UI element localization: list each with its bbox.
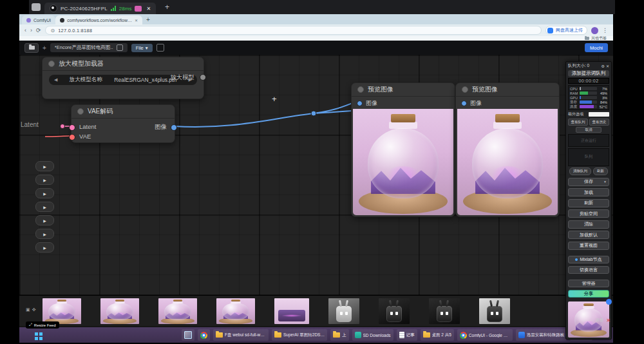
node-preview-image-1[interactable]: 预览图像 图像 [351,82,455,217]
clear-queue-button[interactable]: 清除队列 [569,167,591,175]
browser-tab-active[interactable]: comfyworkflows.com/workflow… ✕ [55,15,142,24]
sidebar-button-reset-view[interactable]: 重置视图 [568,242,609,250]
feed-pin-icon[interactable]: ✜ [32,307,36,312]
input-image-dot[interactable] [461,100,467,106]
collapsed-node[interactable]: ▶ [35,175,54,185]
node-preview-image-2[interactable]: 预览图像 图像 [455,82,560,217]
refresh-queue-button[interactable]: 刷新 [593,167,608,175]
feed-thumbnail-jar[interactable] [158,298,197,324]
manager-button[interactable]: 管理器 [568,280,609,287]
robot-ear [496,300,499,307]
tray-icon[interactable]: ∧ [560,332,564,338]
taskbar-item-folder[interactable]: 桌面 2 共5 [421,329,454,341]
forward-icon[interactable]: › [30,27,32,33]
notification-bubble[interactable] [606,299,612,305]
feed-thumbnail-jar[interactable] [216,298,255,324]
save-workflow-icon[interactable] [117,44,123,51]
close-session-icon[interactable]: ✕ [146,6,151,12]
feed-thumbnail-robot[interactable] [328,298,359,324]
input-image-dot[interactable] [357,100,363,106]
remote-session-tab[interactable]: PC-20240625HFPL 28ms ✕ [44,3,156,14]
collapsed-node[interactable]: ▶ [35,202,54,212]
expand-icon: ▶ [43,245,46,250]
taskbar-item-app[interactable]: SD Downloads [352,329,393,341]
tab-close-icon[interactable]: ✕ [135,18,138,23]
collapsed-node[interactable]: ▶ [35,188,54,198]
reload-icon[interactable]: ⟳ [36,27,41,33]
screen: PC-20240625HFPL 28ms ✕ + ComfyUI comfywo… [0,0,644,344]
feed-thumbnail-jar[interactable] [43,298,81,324]
input-latent-dot[interactable] [69,124,75,131]
extra-options-checkbox[interactable] [589,112,609,117]
taskbar-item-chrome[interactable] [198,329,210,341]
taskbar-item-shield[interactable]: 迅雷安装和特殊路线 [516,329,567,341]
extension-button[interactable]: 网盘高速上传 [545,26,587,35]
remote-client-logo-icon [50,5,57,12]
node-vae-decode[interactable]: VAE解码 Latent VAE 图像 [71,104,175,143]
new-workflow-button[interactable]: + [43,44,46,52]
widget-prev-icon[interactable]: ◀ [54,77,57,82]
feed-grid-icon[interactable]: ▣ [26,307,30,312]
new-session-button[interactable]: + [165,3,169,12]
resize-feed-button[interactable]: ⤢ Resize Feed [26,321,59,329]
sidebar-button-load-default[interactable]: 加载默认 [568,231,609,239]
taskbar-item-note[interactable]: 记事 [397,329,417,341]
address-bar[interactable]: ⊙ 127.0.0.1:8188 [45,26,542,35]
start-button[interactable] [31,329,44,341]
mixlab-nodes-button[interactable]: Mixlab节点 [568,256,609,263]
node-upscale-model-loader[interactable]: 放大模型加载器 放大模型 ◀ 放大模型名称 RealESRGAN_x4plus.… [42,57,204,99]
collapse-dot-icon[interactable] [77,108,84,115]
sidebar-button-load[interactable]: 加载 [568,188,609,196]
adjust-label[interactable]: 调整 [595,318,603,323]
layout-icon[interactable] [156,44,164,52]
settings-gear-icon[interactable]: ⚙ [601,64,605,68]
view-history-button[interactable]: 查看历史 [589,119,609,126]
view-queue-button[interactable]: 查看队列 [568,119,588,126]
feed-thumbnail-jar[interactable] [100,298,139,324]
mochi-button[interactable]: Mochi [585,43,608,52]
feed-thumbnail-robot[interactable] [479,298,510,324]
input-vae-dot[interactable] [69,134,75,140]
cancel-button[interactable]: 取消 [576,127,601,133]
back-icon[interactable]: ‹ [24,27,26,33]
feed-thumbnail-box[interactable] [274,298,309,324]
remote-menu-icon[interactable] [32,3,41,11]
file-menu-button[interactable]: File ▾ [131,44,153,52]
feed-close-icon[interactable]: ✕ [606,318,611,323]
node-graph-canvas[interactable]: Latent ▶▶▶▶▶▶▶ 放大模型加载器 放大模型 ◀ 放大模型名称 Rea… [19,55,613,325]
output-image-dot[interactable] [171,124,177,131]
browser-tab-comfyui[interactable]: ComfyUI [22,15,55,24]
collapsed-node[interactable]: ▶ [35,229,54,239]
sidebar-button-clipspace[interactable]: 剪贴空间 [568,209,609,218]
new-browser-tab-button[interactable]: + [146,16,150,23]
taskbar-item-folder[interactable]: SuperAI 草图转2DSKU方法 [272,329,327,341]
jar-neck [115,301,126,303]
collapsed-node[interactable]: ▶ [35,215,54,225]
taskbar-item-folder[interactable]: F盘 webui sd-full-web... [213,329,269,341]
collapsed-node[interactable]: ▶ [35,161,54,171]
browser-menu-icon[interactable]: ⋮ [602,27,608,33]
site-info-icon[interactable]: ⊙ [51,28,55,33]
profile-avatar[interactable] [591,27,598,34]
taskbar-item-taskview[interactable] [182,329,194,341]
collapse-dot-icon[interactable] [48,61,55,67]
share-button[interactable]: 分享 [568,290,609,298]
feed-thumbnail-robot[interactable] [379,298,410,324]
jar-neck [493,122,522,129]
sidebar-button-save[interactable]: 保存▼ [568,178,609,186]
taskbar-item-folder[interactable]: 上 [330,329,349,341]
queue-prompt-button[interactable]: 添加提示词队列 [568,70,609,77]
taskbar-item-chrome[interactable]: ComfyUI - Google Chr... [457,329,513,341]
sidebar-button-refresh[interactable]: 刷新 [568,199,609,207]
feed-thumbnail-robot[interactable] [429,298,460,324]
collapse-dot-icon[interactable] [357,86,364,93]
workflow-tab[interactable]: *Encore产品草图转电商图.. [50,43,128,52]
sidebar-button-clear[interactable]: 清除 [568,220,609,229]
workflows-folder-button[interactable] [24,43,39,53]
collapse-dot-icon[interactable] [462,86,468,93]
close-panel-icon[interactable]: ✕ [606,64,609,68]
switch-language-button[interactable]: 切换语言 [568,266,609,274]
jar-artwork [43,298,81,324]
output-slot-dot[interactable] [200,74,206,81]
collapsed-node[interactable]: ▶ [35,242,54,253]
